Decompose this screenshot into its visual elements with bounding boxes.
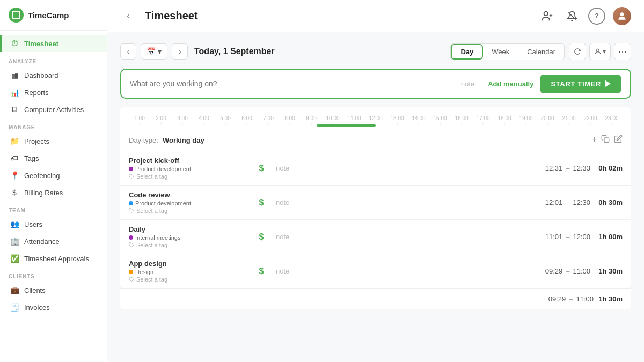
billing-icon[interactable]: $ [253,267,269,276]
calendar-picker-button[interactable]: 📅 ▾ [141,43,167,60]
dashboard-icon: ▦ [10,71,19,79]
entry-time-range: 12:31 – 12:33 [545,164,590,172]
add-entry-button[interactable]: + [592,135,597,145]
timeline-hours: 1:002:003:004:005:006:007:008:009:0010:0… [129,115,623,121]
entry-project: Design [129,269,247,275]
sidebar-item-tags[interactable]: 🏷 Tags [0,150,107,167]
sidebar-item-billing-rates[interactable]: $ Billing Rates [0,184,107,201]
entry-info: Project kick-off Product development Sel… [129,157,247,180]
entry-tag[interactable]: Select a tag [129,276,247,283]
sidebar-nav: ⏱ Timesheet ANALYZE ▦ Dashboard 📊 Report… [0,31,107,362]
billing-icon[interactable]: $ [253,232,269,242]
sidebar-item-label: Attendance [24,238,60,246]
sidebar-item-invoices[interactable]: 🧾 Invoices [0,299,107,316]
topbar: ‹ Timesheet ? [107,0,644,32]
sidebar-item-timesheet-approvals[interactable]: ✅ Timesheet Approvals [0,250,107,267]
billing-icon[interactable]: $ [253,198,269,208]
edit-button[interactable] [614,135,623,145]
sidebar-item-reports[interactable]: 📊 Reports [0,84,107,101]
sidebar-item-dashboard[interactable]: ▦ Dashboard [0,67,107,84]
sidebar-item-label: Timesheet [24,40,58,48]
prev-date-button[interactable]: ‹ [120,43,136,60]
billing-rates-icon: $ [10,188,19,197]
date-navigation: ‹ 📅 ▾ › Today, 1 September Day Week Cale… [120,43,631,60]
notifications-button[interactable] [564,8,581,25]
tag-icon [129,208,134,213]
tag-label: Select a tag [136,208,167,214]
sidebar-item-label: Computer Activities [24,106,84,114]
tag-label: Select a tag [136,242,167,248]
timeline-hour-label: 17:00 [472,115,494,121]
day-type-value: Working day [163,136,592,144]
current-date-label: Today, 1 September [194,47,446,56]
entry-start-time: 09:29 [545,267,563,275]
timeline: 1:002:003:004:005:006:007:008:009:0010:0… [120,107,631,129]
play-icon [605,80,611,87]
sidebar-item-computer-activities[interactable]: 🖥 Computer Activities [0,101,107,118]
task-input[interactable] [130,79,455,88]
table-row: Daily Internal meetings Select a tag $ n… [120,220,631,254]
timeline-track: 1:002:003:004:005:006:007:008:009:0010:0… [129,112,623,124]
timeline-hour-label: 9:00 [301,115,322,121]
svg-point-4 [620,12,624,16]
tag-icon [129,277,134,282]
next-date-button[interactable]: › [172,43,188,60]
sidebar-item-timesheet[interactable]: ⏱ Timesheet [0,35,107,52]
entry-end-time: 12:00 [573,233,590,241]
sidebar-item-users[interactable]: 👥 Users [0,216,107,233]
team-section-label: TEAM [0,201,107,216]
user-filter-button[interactable]: ▾ [589,43,611,60]
more-options-button[interactable]: ⋯ [614,43,631,60]
sidebar-item-label: Clients [24,286,46,294]
sidebar-item-attendance[interactable]: 🏢 Attendance [0,233,107,250]
clients-icon: 💼 [10,286,19,294]
view-week-button[interactable]: Week [483,44,518,60]
entry-time-dash: – [566,164,569,172]
entry-start-time: 12:01 [545,198,563,206]
timesheet-approvals-icon: ✅ [10,254,19,263]
view-day-button[interactable]: Day [451,44,483,60]
timeline-hour-label: 20:00 [537,115,558,121]
entry-tag[interactable]: Select a tag [129,242,247,248]
sidebar-item-label: Tags [24,154,39,162]
tag-icon [129,242,134,248]
refresh-button[interactable] [569,43,586,60]
entry-time-range: 11:01 – 12:00 [545,233,590,241]
start-timer-button[interactable]: START TIMER [540,75,621,93]
project-name: Internal meetings [135,234,180,241]
day-type-label: Day type: [129,136,158,144]
timeline-hour-label: 21:00 [558,115,580,121]
sidebar-item-projects[interactable]: 📁 Projects [0,132,107,150]
svg-rect-6 [604,138,609,143]
analyze-section-label: ANALYZE [0,52,107,67]
entry-start-time: 12:31 [545,164,563,172]
avatar[interactable] [613,7,631,25]
entry-tag[interactable]: Select a tag [129,208,247,214]
entry-note: note [276,198,539,206]
sidebar-item-clients[interactable]: 💼 Clients [0,282,107,299]
collapse-sidebar-button[interactable]: ‹ [120,8,136,24]
entry-info: Code review Product development Select a… [129,191,247,214]
entry-time-range: 09:29 – 11:00 [545,267,590,275]
table-row: Project kick-off Product development Sel… [120,151,631,186]
project-name: Product development [135,200,191,206]
add-user-button[interactable] [539,8,556,25]
add-manually-button[interactable]: Add manually [488,80,533,88]
entry-title: Code review [129,191,247,199]
entry-title: App design [129,260,247,268]
billing-icon[interactable]: $ [253,164,269,173]
svg-point-5 [597,49,599,51]
invoices-icon: 🧾 [10,303,19,312]
help-button[interactable]: ? [588,8,605,25]
note-label: note [461,80,474,88]
project-color-dot [129,270,133,274]
logo-icon [9,8,24,23]
copy-button[interactable] [601,135,610,145]
sidebar-item-geofencing[interactable]: 📍 Geofencing [0,167,107,184]
logo-text: TimeCamp [28,11,69,20]
entry-tag[interactable]: Select a tag [129,173,247,180]
timeline-hour-label: 11:00 [343,115,365,121]
reports-icon: 📊 [10,88,19,97]
view-calendar-button[interactable]: Calendar [518,44,564,60]
entry-time-dash: – [566,198,569,206]
